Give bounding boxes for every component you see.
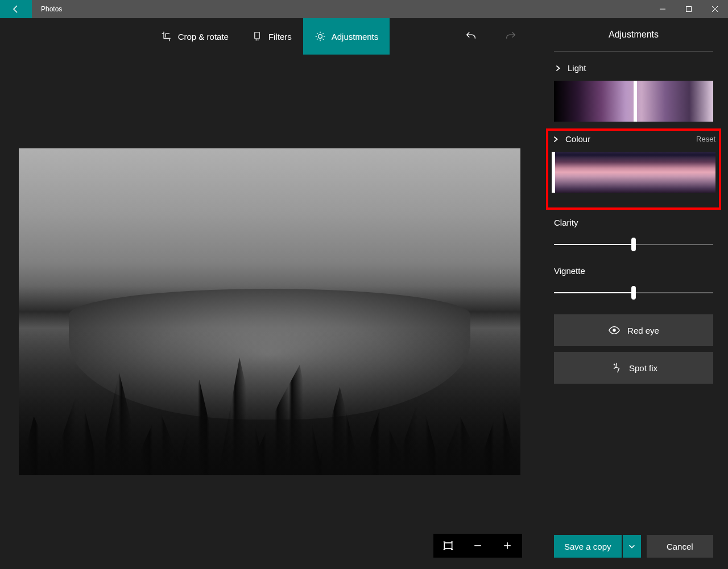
colour-label: Colour (565, 134, 590, 144)
toolbar: Crop & rotate Filters Adjustments (0, 18, 539, 55)
tab-label: Crop & rotate (178, 32, 229, 41)
maximize-button[interactable] (676, 0, 702, 18)
clarity-label: Clarity (554, 218, 713, 227)
svg-rect-4 (255, 32, 259, 39)
svg-point-7 (318, 35, 322, 39)
window-controls (650, 0, 728, 18)
highlight-colour-section: Colour Reset (546, 128, 721, 210)
back-button[interactable] (0, 0, 32, 18)
svg-line-12 (317, 33, 318, 34)
vignette-slider-thumb[interactable] (631, 286, 636, 300)
light-slider-thumb[interactable] (634, 81, 637, 122)
fit-button[interactable] (433, 534, 463, 558)
colour-slider-thumb[interactable] (552, 152, 555, 193)
svg-line-14 (317, 39, 318, 40)
light-header[interactable]: Light (554, 63, 713, 73)
close-button[interactable] (702, 0, 728, 18)
adjustments-panel: Adjustments Light Colour Reset (539, 18, 728, 569)
redo-button[interactable] (499, 25, 522, 48)
undo-button[interactable] (460, 25, 482, 48)
light-label: Light (568, 63, 586, 73)
colour-reset-button[interactable]: Reset (696, 135, 715, 143)
light-slider[interactable] (554, 81, 713, 122)
chevron-down-icon (628, 542, 636, 550)
vignette-slider[interactable] (554, 287, 713, 298)
preview-image[interactable] (19, 148, 520, 475)
eye-icon (608, 324, 621, 337)
svg-line-15 (322, 33, 324, 34)
vignette-label: Vignette (554, 266, 713, 276)
save-button[interactable]: Save a copy (554, 535, 622, 558)
colour-header[interactable]: Colour Reset (552, 134, 715, 144)
zoom-tools (433, 534, 522, 558)
image-container (0, 55, 539, 569)
tab-label: Adjustments (332, 32, 379, 41)
tab-filters[interactable]: Filters (240, 18, 303, 55)
tab-label: Filters (268, 32, 292, 41)
svg-rect-1 (686, 7, 692, 12)
filters-icon (251, 31, 263, 42)
svg-rect-16 (444, 543, 452, 549)
tab-crop-rotate[interactable]: Crop & rotate (150, 18, 240, 55)
app-title: Photos (32, 5, 62, 13)
clarity-slider[interactable] (554, 239, 713, 250)
section-vignette: Vignette (554, 266, 713, 298)
colour-slider[interactable] (552, 152, 715, 193)
bottom-actions: Save a copy Cancel (554, 524, 713, 558)
adjustments-icon (315, 31, 326, 42)
red-eye-label: Red eye (627, 326, 659, 335)
minimize-button[interactable] (650, 0, 676, 18)
save-dropdown-button[interactable] (623, 535, 641, 558)
chevron-right-icon (552, 135, 560, 143)
zoom-out-button[interactable] (463, 534, 493, 558)
chevron-right-icon (554, 64, 562, 72)
spot-fix-label: Spot fix (629, 363, 657, 373)
tab-adjustments[interactable]: Adjustments (303, 18, 390, 55)
zoom-in-button[interactable] (493, 534, 522, 558)
spot-fix-icon (610, 362, 622, 374)
spot-fix-button[interactable]: Spot fix (554, 352, 713, 384)
svg-line-13 (322, 39, 324, 40)
red-eye-button[interactable]: Red eye (554, 314, 713, 346)
crop-icon (161, 31, 172, 42)
save-group: Save a copy (554, 535, 641, 558)
section-colour: Colour Reset (552, 134, 715, 193)
clarity-slider-thumb[interactable] (631, 238, 636, 251)
section-clarity: Clarity (554, 218, 713, 250)
titlebar: Photos (0, 0, 728, 18)
canvas-area: Crop & rotate Filters Adjustments (0, 18, 539, 569)
section-light: Light (554, 63, 713, 122)
cancel-button[interactable]: Cancel (647, 535, 713, 558)
panel-title: Adjustments (554, 30, 713, 52)
svg-point-24 (613, 329, 616, 332)
